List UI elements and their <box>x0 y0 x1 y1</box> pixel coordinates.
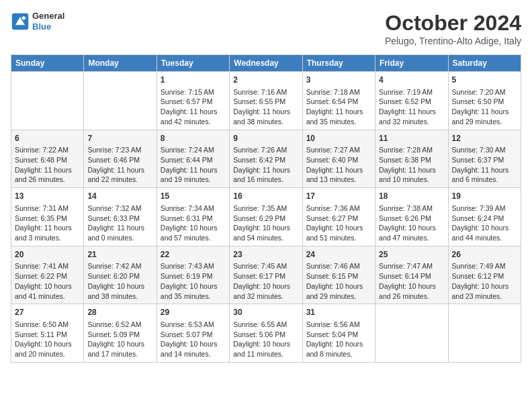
calendar-cell: 14Sunrise: 7:32 AM Sunset: 6:33 PM Dayli… <box>84 188 157 246</box>
column-header-saturday: Saturday <box>448 55 521 72</box>
logo-line2: Blue <box>32 21 64 32</box>
day-number: 31 <box>306 307 371 318</box>
cell-content: Sunrise: 7:15 AM Sunset: 6:57 PM Dayligh… <box>161 87 226 127</box>
calendar-cell: 8Sunrise: 7:24 AM Sunset: 6:44 PM Daylig… <box>157 130 229 188</box>
column-header-tuesday: Tuesday <box>157 55 229 72</box>
page-header: General Blue October 2024 Pelugo, Trenti… <box>11 11 521 46</box>
day-number: 17 <box>306 191 371 202</box>
day-number: 2 <box>233 75 298 86</box>
week-row-1: 1Sunrise: 7:15 AM Sunset: 6:57 PM Daylig… <box>11 72 521 130</box>
calendar-cell <box>84 72 157 130</box>
calendar-cell: 11Sunrise: 7:28 AM Sunset: 6:38 PM Dayli… <box>375 130 448 188</box>
calendar-cell: 25Sunrise: 7:47 AM Sunset: 6:14 PM Dayli… <box>375 246 448 304</box>
cell-content: Sunrise: 7:45 AM Sunset: 6:17 PM Dayligh… <box>233 261 298 301</box>
cell-content: Sunrise: 6:53 AM Sunset: 5:07 PM Dayligh… <box>161 320 226 359</box>
calendar-cell: 3Sunrise: 7:18 AM Sunset: 6:54 PM Daylig… <box>302 72 375 130</box>
day-number: 18 <box>379 191 444 202</box>
cell-content: Sunrise: 7:36 AM Sunset: 6:27 PM Dayligh… <box>306 203 371 243</box>
cell-content: Sunrise: 7:41 AM Sunset: 6:22 PM Dayligh… <box>15 261 80 301</box>
column-header-friday: Friday <box>375 55 448 72</box>
day-number: 24 <box>306 249 371 261</box>
week-row-3: 13Sunrise: 7:31 AM Sunset: 6:35 PM Dayli… <box>11 188 521 246</box>
calendar-cell: 4Sunrise: 7:19 AM Sunset: 6:52 PM Daylig… <box>375 72 448 130</box>
cell-content: Sunrise: 7:27 AM Sunset: 6:40 PM Dayligh… <box>306 145 371 185</box>
cell-content: Sunrise: 6:56 AM Sunset: 5:04 PM Dayligh… <box>306 320 371 359</box>
calendar-cell: 1Sunrise: 7:15 AM Sunset: 6:57 PM Daylig… <box>157 72 229 130</box>
calendar-cell: 19Sunrise: 7:39 AM Sunset: 6:24 PM Dayli… <box>448 188 521 246</box>
calendar-cell: 12Sunrise: 7:30 AM Sunset: 6:37 PM Dayli… <box>448 130 521 188</box>
logo-text: General Blue <box>32 11 64 32</box>
cell-content: Sunrise: 7:18 AM Sunset: 6:54 PM Dayligh… <box>306 87 371 127</box>
column-header-thursday: Thursday <box>302 55 375 72</box>
calendar-cell: 18Sunrise: 7:38 AM Sunset: 6:26 PM Dayli… <box>375 188 448 246</box>
column-header-monday: Monday <box>84 55 157 72</box>
logo: General Blue <box>11 11 64 32</box>
cell-content: Sunrise: 7:24 AM Sunset: 6:44 PM Dayligh… <box>161 145 226 185</box>
day-number: 14 <box>87 191 152 202</box>
day-number: 1 <box>161 75 226 86</box>
cell-content: Sunrise: 7:47 AM Sunset: 6:14 PM Dayligh… <box>379 261 444 301</box>
day-number: 15 <box>161 191 226 202</box>
header-row: SundayMondayTuesdayWednesdayThursdayFrid… <box>11 55 521 72</box>
calendar-cell: 2Sunrise: 7:16 AM Sunset: 6:55 PM Daylig… <box>230 72 302 130</box>
cell-content: Sunrise: 6:55 AM Sunset: 5:06 PM Dayligh… <box>233 320 298 359</box>
calendar-cell: 17Sunrise: 7:36 AM Sunset: 6:27 PM Dayli… <box>302 188 375 246</box>
calendar-cell: 9Sunrise: 7:26 AM Sunset: 6:42 PM Daylig… <box>230 130 302 188</box>
cell-content: Sunrise: 7:30 AM Sunset: 6:37 PM Dayligh… <box>452 145 517 185</box>
day-number: 13 <box>15 191 80 202</box>
day-number: 4 <box>379 75 444 86</box>
day-number: 5 <box>452 75 517 86</box>
calendar-cell <box>11 72 84 130</box>
day-number: 12 <box>452 133 517 144</box>
calendar-cell: 13Sunrise: 7:31 AM Sunset: 6:35 PM Dayli… <box>11 188 84 246</box>
day-number: 22 <box>161 249 226 261</box>
calendar-cell: 27Sunrise: 6:50 AM Sunset: 5:11 PM Dayli… <box>11 304 84 363</box>
logo-icon <box>11 12 30 31</box>
calendar-cell: 28Sunrise: 6:52 AM Sunset: 5:09 PM Dayli… <box>84 304 157 363</box>
cell-content: Sunrise: 7:20 AM Sunset: 6:50 PM Dayligh… <box>452 87 517 127</box>
cell-content: Sunrise: 7:19 AM Sunset: 6:52 PM Dayligh… <box>379 87 444 127</box>
day-number: 11 <box>379 133 444 144</box>
column-header-wednesday: Wednesday <box>230 55 302 72</box>
cell-content: Sunrise: 6:52 AM Sunset: 5:09 PM Dayligh… <box>87 320 152 359</box>
cell-content: Sunrise: 7:16 AM Sunset: 6:55 PM Dayligh… <box>233 87 298 127</box>
cell-content: Sunrise: 7:32 AM Sunset: 6:33 PM Dayligh… <box>87 203 152 243</box>
calendar-cell: 26Sunrise: 7:49 AM Sunset: 6:12 PM Dayli… <box>448 246 521 304</box>
cell-content: Sunrise: 6:50 AM Sunset: 5:11 PM Dayligh… <box>15 320 80 359</box>
calendar-cell: 21Sunrise: 7:42 AM Sunset: 6:20 PM Dayli… <box>84 246 157 304</box>
cell-content: Sunrise: 7:34 AM Sunset: 6:31 PM Dayligh… <box>161 203 226 243</box>
calendar-cell: 22Sunrise: 7:43 AM Sunset: 6:19 PM Dayli… <box>157 246 229 304</box>
cell-content: Sunrise: 7:35 AM Sunset: 6:29 PM Dayligh… <box>233 203 298 243</box>
day-number: 16 <box>233 191 298 202</box>
cell-content: Sunrise: 7:49 AM Sunset: 6:12 PM Dayligh… <box>452 261 517 301</box>
calendar-table: SundayMondayTuesdayWednesdayThursdayFrid… <box>11 54 521 363</box>
cell-content: Sunrise: 7:39 AM Sunset: 6:24 PM Dayligh… <box>452 203 517 243</box>
title-block: October 2024 Pelugo, Trentino-Alto Adige… <box>385 11 521 46</box>
calendar-cell: 20Sunrise: 7:41 AM Sunset: 6:22 PM Dayli… <box>11 246 84 304</box>
cell-content: Sunrise: 7:26 AM Sunset: 6:42 PM Dayligh… <box>233 145 298 185</box>
svg-point-3 <box>22 16 26 19</box>
day-number: 30 <box>233 307 298 318</box>
day-number: 20 <box>15 249 80 261</box>
calendar-cell: 7Sunrise: 7:23 AM Sunset: 6:46 PM Daylig… <box>84 130 157 188</box>
cell-content: Sunrise: 7:46 AM Sunset: 6:15 PM Dayligh… <box>306 261 371 301</box>
day-number: 25 <box>379 249 444 261</box>
day-number: 10 <box>306 133 371 144</box>
logo-line1: General <box>32 11 64 21</box>
day-number: 3 <box>306 75 371 86</box>
cell-content: Sunrise: 7:43 AM Sunset: 6:19 PM Dayligh… <box>161 261 226 301</box>
cell-content: Sunrise: 7:38 AM Sunset: 6:26 PM Dayligh… <box>379 203 444 243</box>
cell-content: Sunrise: 7:23 AM Sunset: 6:46 PM Dayligh… <box>87 145 152 185</box>
calendar-title: October 2024 <box>385 11 521 36</box>
calendar-cell: 16Sunrise: 7:35 AM Sunset: 6:29 PM Dayli… <box>230 188 302 246</box>
calendar-cell: 5Sunrise: 7:20 AM Sunset: 6:50 PM Daylig… <box>448 72 521 130</box>
calendar-cell: 15Sunrise: 7:34 AM Sunset: 6:31 PM Dayli… <box>157 188 229 246</box>
day-number: 9 <box>233 133 298 144</box>
week-row-5: 27Sunrise: 6:50 AM Sunset: 5:11 PM Dayli… <box>11 304 521 363</box>
cell-content: Sunrise: 7:28 AM Sunset: 6:38 PM Dayligh… <box>379 145 444 185</box>
column-header-sunday: Sunday <box>11 55 84 72</box>
day-number: 23 <box>233 249 298 261</box>
calendar-cell: 29Sunrise: 6:53 AM Sunset: 5:07 PM Dayli… <box>157 304 229 363</box>
day-number: 6 <box>15 133 80 144</box>
calendar-cell: 24Sunrise: 7:46 AM Sunset: 6:15 PM Dayli… <box>302 246 375 304</box>
